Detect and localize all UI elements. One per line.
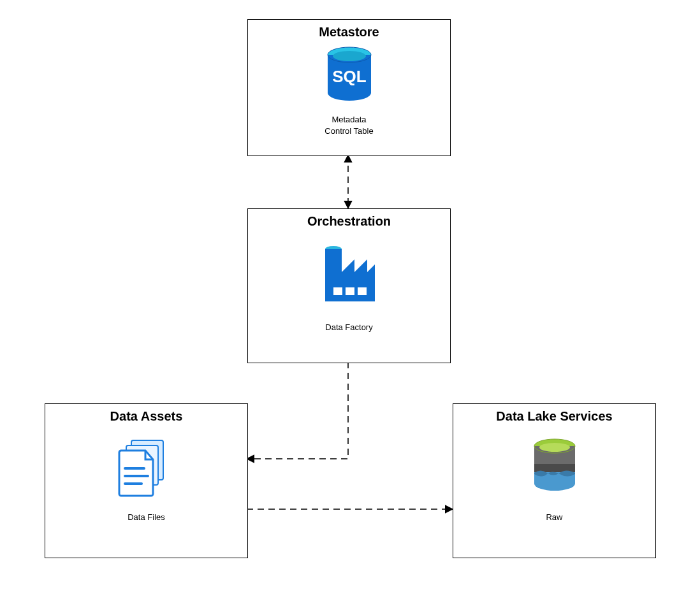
svg-rect-13 xyxy=(346,287,354,295)
data-lake-box: Data Lake Services Raw xyxy=(453,403,656,558)
orchestration-title: Orchestration xyxy=(248,214,450,229)
data-assets-title: Data Assets xyxy=(45,409,247,424)
orchestration-box: Orchestration Data Factory xyxy=(247,208,451,363)
data-assets-box: Data Assets Data Files xyxy=(45,403,248,558)
svg-rect-7 xyxy=(325,249,342,272)
metastore-caption-line1: Metadata xyxy=(332,115,366,124)
svg-rect-14 xyxy=(358,287,367,295)
sql-database-icon: SQL xyxy=(248,43,450,110)
data-lake-caption: Raw xyxy=(453,512,655,523)
metastore-title: Metastore xyxy=(248,25,450,40)
data-assets-caption: Data Files xyxy=(45,512,247,523)
data-factory-icon xyxy=(248,233,450,315)
architecture-diagram: Metastore SQL Metadata Control Table Orc… xyxy=(0,0,700,592)
data-files-icon xyxy=(45,430,247,507)
metastore-caption-line2: Control Table xyxy=(324,126,373,136)
svg-text:SQL: SQL xyxy=(332,67,367,86)
metastore-caption: Metadata Control Table xyxy=(248,114,450,136)
svg-marker-11 xyxy=(367,264,375,272)
svg-marker-9 xyxy=(342,259,354,272)
svg-marker-10 xyxy=(354,259,367,272)
svg-rect-12 xyxy=(333,287,342,295)
orchestration-caption: Data Factory xyxy=(248,322,450,333)
data-lake-title: Data Lake Services xyxy=(453,409,655,424)
svg-point-4 xyxy=(333,51,366,61)
svg-rect-8 xyxy=(325,272,375,301)
data-lake-storage-icon xyxy=(453,430,655,507)
svg-point-22 xyxy=(539,443,570,452)
metastore-box: Metastore SQL Metadata Control Table xyxy=(247,19,451,156)
